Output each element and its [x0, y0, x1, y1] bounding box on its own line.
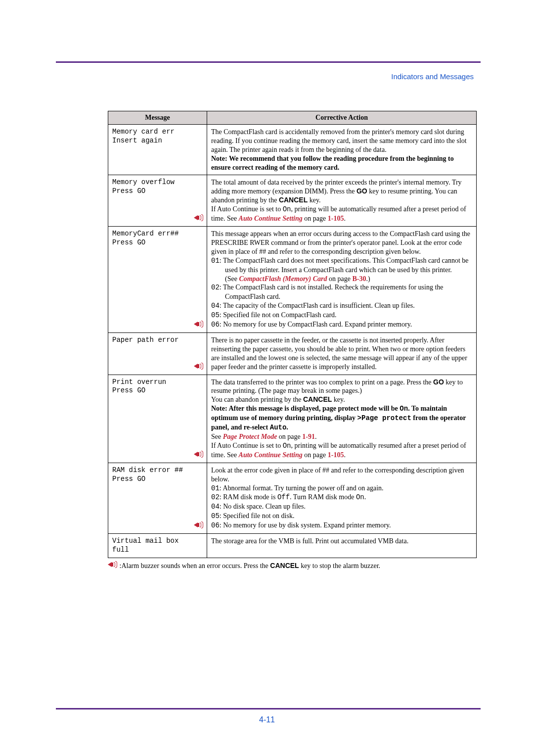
footnote-text-after: key to stop the alarm buzzer. — [299, 562, 380, 569]
message-cell: Memory overflowPress GO — [108, 175, 207, 227]
message-line: Paper path error — [112, 336, 203, 345]
sound-icon — [194, 321, 204, 331]
sound-icon — [194, 363, 204, 373]
message-line: Memory overflow — [112, 178, 203, 187]
message-cell: MemoryCard err##Press GO — [108, 226, 207, 332]
message-line: MemoryCard err## — [112, 230, 203, 238]
message-line: Memory card err — [112, 128, 203, 137]
table-row: Paper path errorThere is no paper casset… — [108, 332, 477, 375]
message-line: Print overrun — [112, 378, 203, 387]
messages-table: Message Corrective Action Memory card er… — [108, 111, 477, 558]
col-header-action: Corrective Action — [207, 111, 477, 125]
col-header-message: Message — [108, 111, 207, 125]
message-line: Press GO — [112, 187, 203, 196]
sound-icon — [108, 561, 118, 568]
action-cell: There is no paper cassette in the feeder… — [207, 332, 477, 375]
message-line: Press GO — [112, 475, 203, 484]
message-line: full — [112, 546, 203, 555]
page-number: 4-11 — [0, 715, 534, 724]
section-heading-link[interactable]: Indicators and Messages — [391, 72, 474, 81]
sound-icon — [194, 451, 204, 461]
message-cell: Memory card err Insert again — [108, 124, 207, 175]
message-line: Press GO — [112, 386, 203, 395]
table-row: Memory card err Insert againThe CompactF… — [108, 124, 477, 175]
table-row: Print overrunPress GOThe data transferre… — [108, 375, 477, 463]
message-line: Virtual mail box — [112, 537, 203, 546]
page: Indicators and Messages Message Correcti… — [0, 0, 534, 756]
top-rule — [56, 61, 481, 63]
sound-icon — [194, 214, 204, 224]
footnote-cancel-key: CANCEL — [270, 562, 299, 569]
action-cell: The total amount of data received by the… — [207, 175, 477, 227]
action-cell: The storage area for the VMB is full. Pr… — [207, 534, 477, 558]
action-cell: Look at the error code given in place of… — [207, 463, 477, 533]
table-row: Virtual mail boxfullThe storage area for… — [108, 534, 477, 558]
table-row: RAM disk error ##Press GOLook at the err… — [108, 463, 477, 533]
table-row: Memory overflowPress GOThe total amount … — [108, 175, 477, 227]
action-cell: The CompactFlash card is accidentally re… — [207, 124, 477, 175]
action-cell: The data transferred to the printer was … — [207, 375, 477, 463]
message-cell: Paper path error — [108, 332, 207, 375]
action-cell: This message appears when an error occur… — [207, 226, 477, 332]
message-cell: Print overrunPress GO — [108, 375, 207, 463]
message-line: Press GO — [112, 238, 203, 247]
table-row: MemoryCard err##Press GOThis message app… — [108, 226, 477, 332]
message-cell: RAM disk error ##Press GO — [108, 463, 207, 533]
message-line: RAM disk error ## — [112, 466, 203, 475]
footnote: :Alarm buzzer sounds when an error occur… — [108, 561, 477, 570]
footnote-text-before: :Alarm buzzer sounds when an error occur… — [118, 562, 270, 569]
message-line: Insert again — [112, 137, 203, 145]
sound-icon — [194, 521, 204, 531]
bottom-rule — [56, 708, 481, 709]
message-cell: Virtual mail boxfull — [108, 534, 207, 558]
